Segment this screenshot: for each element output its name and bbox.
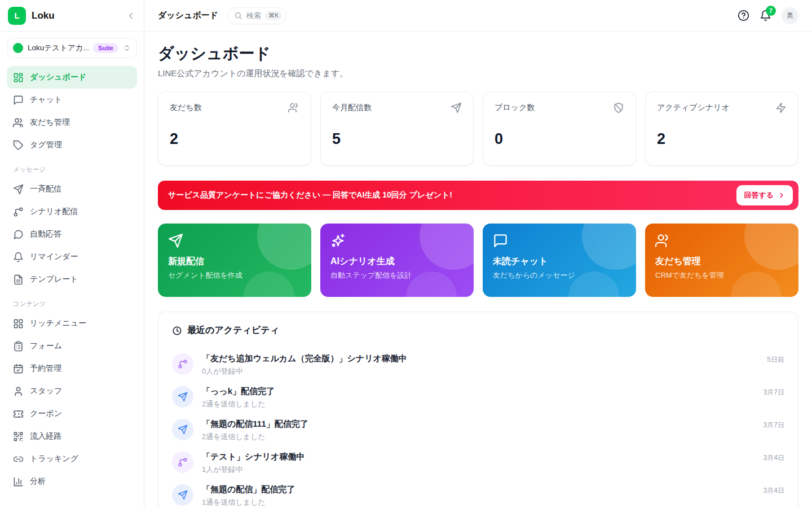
- bar-chart-icon: [13, 476, 24, 487]
- git-branch-icon: [172, 452, 193, 473]
- sidebar-item-reminder[interactable]: リマインダー: [7, 246, 137, 268]
- notifications-button[interactable]: 7: [760, 10, 771, 21]
- activity-date: 3月7日: [764, 386, 784, 397]
- list-item[interactable]: 「無題の配信」配信完了 1通を送信しました 3月4日: [172, 484, 784, 507]
- chevrons-up-down-icon: [123, 44, 131, 52]
- stat-label: ブロック数: [495, 103, 535, 113]
- sidebar-item-label: トラッキング: [30, 454, 78, 464]
- send-icon: [172, 386, 193, 408]
- activity-subtitle: 0人が登録中: [202, 366, 407, 376]
- topbar: ダッシュボード 検索 ⌘K 7 奥: [144, 0, 812, 32]
- send-icon: [13, 184, 24, 195]
- list-item[interactable]: 「っっk」配信完了 2通を送信しました 3月7日: [172, 386, 784, 409]
- stat-card-monthly-broadcasts: 今月配信数 5: [320, 91, 474, 166]
- account-name: Lokuテストアカ...: [28, 43, 89, 53]
- quick-action-unread-chats[interactable]: 未読チャット 友だちからのメッセージ: [483, 224, 636, 297]
- file-text-icon: [13, 274, 24, 285]
- dashboard-icon: [13, 72, 24, 83]
- stat-label: 友だち数: [170, 103, 202, 113]
- sidebar-item-dashboard[interactable]: ダッシュボード: [7, 66, 137, 89]
- sidebar-item-coupons[interactable]: クーポン: [7, 402, 137, 425]
- account-selector[interactable]: Lokuテストアカ... Suite: [7, 38, 137, 58]
- shield-block-icon: [613, 102, 624, 113]
- help-circle-icon: [738, 10, 749, 21]
- quick-action-title: 未読チャット: [493, 256, 626, 268]
- clock-icon: [172, 326, 182, 336]
- chat-icon: [13, 95, 24, 106]
- sidebar-item-broadcast[interactable]: 一斉配信: [7, 178, 137, 200]
- stat-value: 2: [657, 130, 787, 148]
- sidebar-item-label: ダッシュボード: [30, 72, 86, 82]
- page-content: ダッシュボード LINE公式アカウントの運用状況を確認できます。 友だち数 2 …: [144, 32, 812, 508]
- sidebar-item-staff[interactable]: スタッフ: [7, 380, 137, 402]
- plan-badge: Suite: [93, 43, 118, 53]
- send-icon: [172, 484, 193, 506]
- send-icon: [168, 233, 301, 248]
- send-icon: [451, 102, 462, 113]
- quick-action-subtitle: CRMで友だちを管理: [655, 270, 788, 281]
- sidebar-item-inflow-routes[interactable]: 流入経路: [7, 425, 137, 448]
- stat-card-active-scenarios: アクティブシナリオ 2: [645, 91, 798, 166]
- activity-subtitle: 2通を送信しました: [202, 399, 275, 409]
- recent-activity-card: 最近のアクティビティ 「友だち追加ウェルカム（完全版）」シナリオ稼働中 0人が登…: [158, 312, 798, 508]
- recent-activity-title: 最近のアクティビティ: [187, 325, 279, 336]
- sidebar-item-templates[interactable]: テンプレート: [7, 268, 137, 291]
- sidebar-item-forms[interactable]: フォーム: [7, 335, 137, 357]
- avatar[interactable]: 奥: [782, 7, 798, 24]
- activity-date: 5日前: [767, 353, 784, 365]
- sidebar-item-reservations[interactable]: 予約管理: [7, 357, 137, 380]
- sidebar-item-label: リマインダー: [30, 252, 78, 262]
- activity-list: 「友だち追加ウェルカム（完全版）」シナリオ稼働中 0人が登録中 5日前 「っっk…: [172, 353, 784, 507]
- qr-code-icon: [13, 431, 24, 442]
- activity-subtitle: 1人が登録中: [202, 465, 304, 475]
- git-branch-icon: [13, 207, 24, 217]
- survey-banner: サービス品質アンケートにご協力ください — 回答でAI生成 10回分 プレゼント…: [158, 181, 798, 210]
- app-window: L Loku Lokuテストアカ... Suite ダッシュボード: [0, 0, 812, 508]
- calendar-check-icon: [13, 364, 24, 374]
- stat-value: 2: [170, 130, 299, 148]
- list-item[interactable]: 「テスト」シナリオ稼働中 1人が登録中 3月4日: [172, 452, 784, 475]
- activity-date: 3月4日: [764, 452, 784, 463]
- sidebar-item-tags[interactable]: タグ管理: [7, 134, 137, 156]
- help-button[interactable]: [738, 10, 749, 21]
- list-item[interactable]: 「無題の配信111」配信完了 2通を送信しました 3月7日: [172, 419, 784, 442]
- sidebar-item-label: スタッフ: [30, 386, 62, 396]
- tag-icon: [13, 140, 24, 151]
- sidebar-item-friends[interactable]: 友だち管理: [7, 111, 137, 134]
- bell-icon: [13, 252, 24, 262]
- sidebar-item-label: クーポン: [30, 409, 62, 419]
- sidebar-item-auto-reply[interactable]: 自動応答: [7, 223, 137, 246]
- nav-section-contents: コンテンツ: [13, 300, 131, 308]
- quick-action-subtitle: 友だちからのメッセージ: [493, 270, 626, 281]
- sidebar-item-label: タグ管理: [30, 140, 62, 150]
- sidebar-item-chat[interactable]: チャット: [7, 89, 137, 111]
- quick-actions-row: 新規配信 セグメント配信を作成 AIシナリオ生成 自動ステップ配信を設計 未読チ…: [158, 224, 798, 297]
- sidebar-item-tracking[interactable]: トラッキング: [7, 448, 137, 470]
- quick-action-new-broadcast[interactable]: 新規配信 セグメント配信を作成: [158, 224, 311, 297]
- sidebar-item-scenario[interactable]: シナリオ配信: [7, 200, 137, 223]
- sparkles-icon: [330, 233, 464, 248]
- quick-action-ai-scenario[interactable]: AIシナリオ生成 自動ステップ配信を設計: [320, 224, 474, 297]
- link-icon: [13, 454, 24, 465]
- activity-title: 「友だち追加ウェルカム（完全版）」シナリオ稼働中: [202, 353, 407, 364]
- users-icon: [655, 233, 788, 248]
- zap-icon: [775, 102, 787, 113]
- stats-row: 友だち数 2 今月配信数 5 ブロック数: [158, 91, 798, 166]
- activity-date: 3月7日: [764, 419, 784, 430]
- recent-activity-header: 最近のアクティビティ: [172, 325, 784, 336]
- sidebar-item-analytics[interactable]: 分析: [7, 470, 137, 493]
- sidebar-item-label: 一斉配信: [30, 184, 61, 194]
- list-item[interactable]: 「友だち追加ウェルカム（完全版）」シナリオ稼働中 0人が登録中 5日前: [172, 353, 784, 376]
- sidebar-item-label: チャット: [30, 95, 62, 105]
- search-input[interactable]: 検索 ⌘K: [227, 7, 286, 24]
- survey-banner-text: サービス品質アンケートにご協力ください — 回答でAI生成 10回分 プレゼント…: [168, 190, 736, 200]
- brand-name: Loku: [32, 10, 120, 21]
- sidebar-nav: ダッシュボード チャット 友だち管理 タグ管理 メッセージ 一斉配信 シナ: [0, 60, 144, 493]
- activity-subtitle: 2通を送信しました: [202, 432, 308, 442]
- sidebar-item-label: テンプレート: [30, 274, 78, 284]
- sidebar-item-rich-menu[interactable]: リッチメニュー: [7, 312, 137, 335]
- quick-action-friend-management[interactable]: 友だち管理 CRMで友だちを管理: [645, 224, 798, 297]
- sidebar-collapse-button[interactable]: [126, 11, 136, 21]
- survey-answer-button[interactable]: 回答する: [736, 185, 793, 205]
- activity-title: 「無題の配信」配信完了: [202, 484, 295, 495]
